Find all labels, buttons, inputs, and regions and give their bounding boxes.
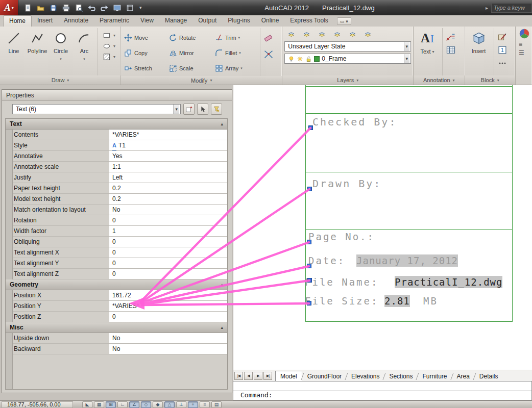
redo-icon[interactable]	[99, 3, 110, 13]
file-name-label-text[interactable]: File Name:	[305, 276, 378, 288]
property-value[interactable]: Left	[109, 172, 227, 183]
define-attribute-icon[interactable]: 1	[497, 45, 507, 55]
property-value[interactable]: *VARIES*	[109, 301, 227, 311]
quick-properties-toggle[interactable]: ▤	[211, 401, 222, 408]
category-geometry[interactable]: Geometry▴	[6, 279, 227, 290]
tool-stretch-button[interactable]: Stretch	[123, 61, 168, 76]
property-value[interactable]: 0	[109, 247, 227, 258]
selection-type-dropdown[interactable]: Text (6)▾	[12, 104, 181, 114]
dynamic-ucs-toggle[interactable]: ⊥	[176, 401, 186, 408]
block-panel-label[interactable]: Block▾	[465, 75, 515, 85]
property-value[interactable]: Yes	[109, 151, 227, 161]
property-value[interactable]: 0	[109, 312, 227, 322]
grip[interactable]	[307, 278, 312, 283]
tool-move-button[interactable]: Move	[123, 30, 168, 45]
last-layout-button[interactable]: ▶|	[263, 372, 272, 380]
file-name-value-text[interactable]: PracticalI_12.dwg	[395, 276, 502, 288]
erase-icon[interactable]	[263, 33, 274, 43]
tool-polyline-button[interactable]: Polyline	[26, 28, 49, 75]
drawing-area[interactable]: Checked By: Drawn By: Page No.: Date: Ja…	[233, 85, 532, 370]
category-text[interactable]: Text▴	[6, 119, 227, 130]
infer-constraints-toggle[interactable]: ◣	[82, 401, 92, 408]
property-value[interactable]: 0	[109, 215, 227, 225]
application-menu-button[interactable]: A▾	[0, 0, 18, 15]
infocenter-expand-icon[interactable]: ▸	[486, 5, 488, 11]
layout-tab-elevations[interactable]: Elevations	[347, 371, 384, 381]
text-tool-button[interactable]: AI Text▾	[416, 28, 439, 75]
layout-tab-furniture[interactable]: Furniture	[418, 371, 451, 381]
ribbon-tab-manage[interactable]: Manage	[159, 15, 192, 27]
property-value[interactable]: 0.2	[109, 194, 227, 204]
grip[interactable]	[308, 125, 313, 130]
rectangle-tool-button[interactable]: ▾	[102, 32, 118, 39]
open-icon[interactable]	[35, 3, 46, 13]
object-snap-tracking-toggle[interactable]: △	[164, 401, 175, 408]
screen-icon[interactable]	[112, 3, 123, 13]
layer-state-dropdown[interactable]: Unsaved Layer State▾	[284, 41, 411, 52]
tool-circle-button[interactable]: Circle▾	[49, 28, 72, 75]
layer-match-icon[interactable]	[362, 29, 374, 39]
command-input[interactable]: Command:	[233, 390, 531, 400]
table-icon[interactable]	[446, 45, 456, 55]
tool-rotate-button[interactable]: Rotate	[168, 30, 214, 45]
layout-tab-groundfloor[interactable]: GroundFloor	[303, 371, 346, 381]
property-value[interactable]: AT1	[109, 140, 227, 150]
property-value[interactable]: 0	[109, 258, 227, 268]
quick-select-button[interactable]	[211, 104, 222, 115]
ribbon-tab-express-tools[interactable]: Express Tools	[284, 15, 333, 27]
explode-icon[interactable]	[263, 49, 274, 59]
layer-isolate-icon[interactable]	[316, 29, 328, 39]
tool-array-button[interactable]: Array▾	[214, 61, 259, 76]
minimize-ribbon-button[interactable]: ▭▾	[337, 17, 351, 25]
file-size-label-text[interactable]: File Size:	[305, 295, 378, 307]
tool-mirror-button[interactable]: Mirror	[168, 45, 214, 61]
block-editor-icon[interactable]	[497, 32, 507, 42]
ribbon-tab-home[interactable]: Home	[3, 15, 32, 27]
tool-line-button[interactable]: Line	[2, 28, 26, 75]
layer-off-icon[interactable]	[301, 29, 312, 39]
property-value[interactable]: 1:1	[109, 162, 227, 172]
ribbon-tab-online[interactable]: Online	[256, 15, 285, 27]
tool-trim-button[interactable]: Trim▾	[214, 30, 259, 45]
grip[interactable]	[307, 264, 311, 268]
lineweight-icon[interactable]: ☰	[519, 50, 524, 56]
sheet-icon[interactable]	[125, 3, 135, 13]
date-label-text[interactable]: Date:	[308, 254, 345, 267]
ribbon-tab-parametric[interactable]: Parametric	[94, 15, 135, 27]
file-size-unit-text[interactable]: MB	[423, 295, 438, 307]
layer-freeze-icon[interactable]	[331, 29, 343, 39]
ortho-mode-toggle[interactable]: ∟	[117, 401, 128, 408]
grid-display-toggle[interactable]: ⊞	[106, 401, 116, 408]
more-tools-icon[interactable]	[497, 58, 507, 68]
layers-panel-label[interactable]: Layers▾	[282, 75, 413, 85]
property-value[interactable]: No	[109, 344, 227, 354]
tool-fillet-button[interactable]: Fillet▾	[214, 45, 259, 61]
command-window[interactable]: Command:	[233, 381, 532, 400]
date-value-text[interactable]: January 17, 2012	[356, 254, 458, 267]
ribbon-tab-plug-ins[interactable]: Plug-ins	[222, 15, 255, 27]
3d-object-snap-toggle[interactable]: ◆	[153, 401, 163, 408]
insert-block-button[interactable]: Insert	[467, 28, 491, 75]
ribbon-tab-annotate[interactable]: Annotate	[58, 15, 94, 27]
checked-by-text[interactable]: Checked By:	[312, 116, 397, 128]
annotation-panel-label[interactable]: Annotation▾	[414, 75, 464, 85]
tool-arc-button[interactable]: Arc▾	[72, 28, 96, 75]
lineweight-toggle[interactable]: ≡	[200, 401, 210, 408]
dynamic-input-toggle[interactable]: +	[188, 401, 198, 408]
snap-mode-toggle[interactable]: ▦	[94, 401, 104, 408]
layout-tab-sections[interactable]: Sections	[384, 371, 417, 381]
undo-icon[interactable]	[86, 3, 97, 13]
page-no-text[interactable]: Page No.:	[308, 231, 375, 243]
first-layout-button[interactable]: |◀	[234, 372, 243, 380]
hatch-tool-button[interactable]: ▾	[102, 53, 118, 61]
category-misc[interactable]: Misc▴	[6, 322, 227, 333]
property-value[interactable]: No	[109, 205, 227, 215]
property-value[interactable]: No	[109, 333, 227, 343]
infocenter-search-input[interactable]: Type a keyw	[491, 3, 532, 13]
property-value[interactable]: 161.72	[109, 290, 227, 300]
select-objects-button[interactable]	[197, 104, 208, 115]
new-icon[interactable]	[22, 3, 33, 13]
ribbon-tab-view[interactable]: View	[135, 15, 159, 27]
previous-layout-button[interactable]: ◀	[244, 372, 253, 380]
qat-menu-button[interactable]: ▾	[139, 5, 142, 10]
